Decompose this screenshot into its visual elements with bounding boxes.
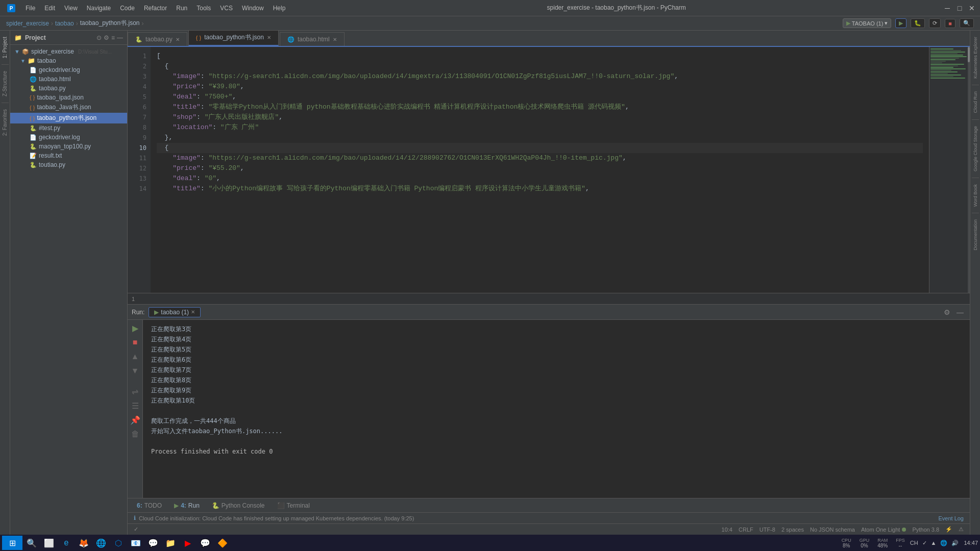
menu-window[interactable]: Window [238,3,268,14]
gcs-tool[interactable]: Google Cloud Storage [972,122,979,176]
tree-file-taobao-html[interactable]: 🌐 taobao.html [10,74,127,84]
tab-todo[interactable]: 6: TODO [132,500,167,511]
breadcrumb-file[interactable]: taobao_python书.json [80,19,140,28]
run-tab[interactable]: ▶ taobao (1) ✕ [149,307,201,317]
run-scroll-up[interactable]: ▲ [129,350,141,363]
debug-button[interactable]: 🐛 [911,18,925,28]
run-pin[interactable]: 📌 [129,414,141,426]
breadcrumb-project[interactable]: spider_exercise [6,20,49,27]
taskbar-wechat[interactable]: 💬 [197,536,213,550]
kubernetes-tool[interactable]: Kubernetes Explorer [972,33,979,83]
cloud-run-tool[interactable]: Cloud Run [972,87,979,117]
menu-run[interactable]: Run [172,3,191,14]
menu-vcs[interactable]: VCS [216,3,237,14]
project-sidebar-tab[interactable]: 1: Project [1,33,9,62]
run-config-selector[interactable]: ▶ TAOBAO (1) ▾ [843,18,892,28]
run-settings-icon[interactable]: ⚙ [942,308,952,316]
taskbar-ie[interactable]: e [58,536,75,550]
taskbar-task-view[interactable]: ⬜ [41,536,57,550]
search-everywhere[interactable]: 🔍 [960,18,974,28]
tree-root[interactable]: ▼ 📦 spider_exercise D:\Visual Stu... [10,47,127,56]
code-area[interactable]: [ { "image": "https://g-search1.alicdn.c… [151,47,929,293]
taskbar-app2[interactable]: 💬 [145,536,161,550]
menu-file[interactable]: File [21,3,39,14]
taskbar-app1[interactable]: 📧 [128,536,144,550]
tab-terminal[interactable]: ⬛ Terminal [272,500,315,511]
menu-help[interactable]: Help [269,3,290,14]
run-start-button[interactable]: ▶ [129,322,141,334]
tree-file-geckodriver[interactable]: 📄 geckodriver.log [10,65,127,74]
gear-icon[interactable]: ≡ [111,34,115,41]
menu-navigate[interactable]: Navigate [83,3,115,14]
tree-file-test-py[interactable]: 🐍 #test.py [10,123,127,133]
line-ending[interactable]: CRLF [739,527,753,533]
maximize-button[interactable]: □ [955,4,964,12]
minimize-button[interactable]: ─ [943,4,951,12]
taskbar-app4[interactable]: ▶ [180,536,196,550]
tab-close-taobao-json[interactable]: ✕ [267,35,271,40]
tray-ch[interactable]: CH [910,540,918,546]
python-version[interactable]: Python 3.8 [912,527,939,533]
alert-icon[interactable]: ⚠ [959,526,964,533]
menu-view[interactable]: View [60,3,82,14]
close-button[interactable]: ✕ [968,4,976,12]
theme-selector[interactable]: Atom One Light [861,527,906,533]
structure-sidebar-tab[interactable]: Z-Structure [1,67,9,101]
power-icon[interactable]: ⚡ [945,526,952,533]
tree-file-taobao-py[interactable]: 🐍 taobao.py [10,84,127,93]
taskbar-time[interactable]: 14:47 [964,540,978,546]
word-book-tool[interactable]: Word Book [972,180,979,211]
taskbar-firefox[interactable]: 🦊 [76,536,92,550]
settings-icon[interactable]: ⚙ [104,34,109,41]
taskbar-app3[interactable]: 📁 [162,536,179,550]
tab-taobao-json[interactable]: { } taobao_python书.json ✕ [188,31,279,46]
taskbar-search[interactable]: 🔍 [23,536,40,550]
hide-icon[interactable]: — [117,34,123,41]
tab-close-taobao-html[interactable]: ✕ [333,37,337,42]
tab-python-console[interactable]: 🐍 Python Console [207,500,270,511]
tree-folder-taobao[interactable]: ▼ 📁 taobao [10,56,127,65]
tree-file-result[interactable]: 📝 result.txt [10,151,127,160]
tab-close-taobao-py[interactable]: ✕ [176,37,180,42]
run-scroll-down[interactable]: ▼ [129,365,141,377]
tray-volume[interactable]: 🔊 [951,540,959,546]
run-clear[interactable]: 🗑 [129,428,141,440]
tree-file-maoyan[interactable]: 🐍 maoyan_top100.py [10,142,127,151]
start-button[interactable]: ⊞ [2,536,22,550]
tree-file-ipad-json[interactable]: { } taobao_ipad.json [10,93,127,102]
menu-code[interactable]: Code [116,3,139,14]
taskbar-app5[interactable]: 🔶 [214,536,231,550]
breadcrumb-folder[interactable]: taobao [55,20,74,27]
menu-edit[interactable]: Edit [40,3,59,14]
tree-file-java-json[interactable]: { } taobao_Java书.json [10,102,127,113]
run-tab-close[interactable]: ✕ [191,309,195,315]
run-settings2[interactable]: ☰ [129,399,141,412]
tray-up-arrow[interactable]: ▲ [931,540,937,546]
tab-taobao-html[interactable]: 🌐 taobao.html ✕ [280,32,345,46]
favorites-sidebar-tab[interactable]: 2: Favorites [1,105,9,140]
reload-button[interactable]: ⟳ [929,18,941,28]
tray-network[interactable]: 🌐 [940,540,947,546]
menu-refactor[interactable]: Refactor [140,3,171,14]
stop-button[interactable]: ■ [945,19,955,28]
tab-taobao-py[interactable]: 🐍 taobao.py ✕ [128,32,187,46]
indent[interactable]: 2 spaces [781,527,804,533]
event-log-link[interactable]: Event Log [938,515,964,521]
run-minimize-icon[interactable]: — [954,308,966,316]
taskbar-vscode[interactable]: ⬡ [110,536,127,550]
encoding[interactable]: UTF-8 [760,527,775,533]
cursor-position[interactable]: 10:4 [722,527,732,533]
menu-tools[interactable]: Tools [192,3,215,14]
tab-run[interactable]: ▶ 4: Run [169,500,205,511]
run-button[interactable]: ▶ [895,18,906,28]
run-soft-wrap[interactable]: ⇌ [129,385,141,397]
scope-icon[interactable]: ⊙ [96,34,102,41]
tree-file-python-json[interactable]: { } taobao_python书.json [10,113,127,123]
run-stop-button[interactable]: ■ [129,336,141,348]
json-schema[interactable]: No JSON schema [810,527,855,533]
tray-check[interactable]: ✓ [922,540,927,546]
tree-file-geckodriver2[interactable]: 📄 geckodriver.log [10,133,127,142]
documentation-tool[interactable]: Documentation [972,215,979,255]
taskbar-chrome[interactable]: 🌐 [93,536,109,550]
tree-file-toutiao[interactable]: 🐍 toutiao.py [10,160,127,169]
